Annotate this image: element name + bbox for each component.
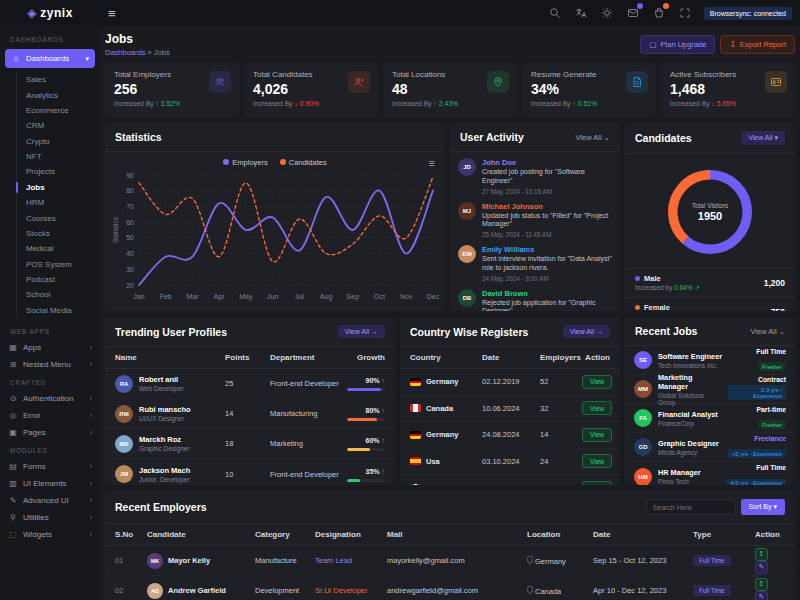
- svg-text:30: 30: [126, 266, 134, 273]
- svg-text:70: 70: [126, 203, 134, 210]
- sidebar-item-pos-system[interactable]: POS System: [0, 257, 100, 272]
- activity-text: Rejected job application for "Graphic De…: [482, 299, 612, 312]
- brand-logo[interactable]: ◈ zynix: [0, 6, 100, 20]
- sidebar-item-utilities[interactable]: ⚲Utilities›: [0, 509, 100, 526]
- sidebar-item-school[interactable]: School: [0, 287, 100, 302]
- activity-user-name[interactable]: John Doe: [482, 158, 612, 167]
- country-title: Country Wise Registers: [410, 326, 528, 338]
- sidebar-item-sales[interactable]: Sales: [0, 72, 100, 87]
- plan-upgrade-button[interactable]: ▢ Plan Upgrade: [640, 35, 715, 54]
- donut-center-value: 1950: [692, 210, 729, 222]
- de-flag-icon: [410, 378, 421, 386]
- statistics-panel: Statistics EmployersCandidates ≡ 2030405…: [105, 123, 445, 311]
- breadcrumb-parent[interactable]: Dashboards: [105, 48, 145, 57]
- sidebar-item-medical[interactable]: Medical: [0, 241, 100, 256]
- employers-sort-button[interactable]: Sort By ▾: [741, 499, 785, 515]
- brand-logo-icon: ◈: [27, 6, 36, 20]
- table-header: S.NoCandidateCategoryDesignationMailLoca…: [105, 524, 795, 546]
- svg-text:50: 50: [126, 234, 134, 241]
- chevron-right-icon: ›: [90, 497, 92, 504]
- edit-action-button[interactable]: ✎: [755, 591, 768, 600]
- chart-menu-icon[interactable]: ≡: [429, 157, 435, 169]
- view-button[interactable]: View: [582, 401, 612, 415]
- sidebar-item-label: Error: [23, 411, 41, 420]
- svg-text:Jul: Jul: [295, 293, 304, 300]
- theme-toggle-icon[interactable]: [600, 6, 614, 20]
- recent-jobs-view-all[interactable]: View All ⌄: [750, 327, 785, 336]
- sidebar-item-ecommerce[interactable]: Ecommerce: [0, 103, 100, 118]
- legend-item[interactable]: Employers: [223, 158, 267, 167]
- user-activity-view-all[interactable]: View All ⌄: [575, 133, 610, 142]
- country-registers-panel: Country Wise Registers View All → Countr…: [400, 317, 620, 485]
- fullscreen-icon[interactable]: [678, 6, 692, 20]
- table-row: Usa03.10.202424View: [400, 449, 620, 476]
- view-button[interactable]: View: [582, 481, 612, 485]
- sidebar-item-advanced-ui[interactable]: ✎Advanced UI›: [0, 492, 100, 509]
- svg-text:Feb: Feb: [160, 293, 172, 300]
- translate-icon[interactable]: [574, 6, 588, 20]
- sidebar-item-forms[interactable]: ▤Forms›: [0, 458, 100, 475]
- svg-text:Dec: Dec: [427, 293, 439, 300]
- sidebar-item-authentication[interactable]: ⊙Authentication›: [0, 390, 100, 407]
- table-row: Germany02.12.201952View: [400, 369, 620, 396]
- activity-user-name[interactable]: David Brown: [482, 289, 612, 298]
- experience-badge: Fresher: [758, 362, 786, 371]
- svg-text:Apr: Apr: [214, 293, 226, 301]
- sidebar-item-stocks[interactable]: Stocks: [0, 226, 100, 241]
- sidebar-item-hrm[interactable]: HRM: [0, 195, 100, 210]
- candidates-legend-row: FemaleDecreased by 2.75% ↘750: [625, 297, 795, 311]
- activity-user-name[interactable]: Michael Johnson: [482, 202, 612, 211]
- chevron-right-icon: ›: [90, 429, 92, 436]
- sidebar-item-podcast[interactable]: Podcast: [0, 272, 100, 287]
- edit-action-button[interactable]: ✎: [755, 561, 768, 574]
- sidebar-item-jobs[interactable]: Jobs: [0, 180, 100, 195]
- view-button[interactable]: View: [582, 454, 612, 468]
- list-item: FAFinancial AnalystFinanceCorpPart-timeF…: [625, 404, 795, 433]
- sidebar-item-nested-menu[interactable]: ⊞Nested Menu›: [0, 356, 100, 373]
- search-icon[interactable]: [548, 6, 562, 20]
- candidates-view-all-button[interactable]: View All ▾: [741, 131, 785, 145]
- messages-icon[interactable]: [626, 6, 640, 20]
- sidebar-toggle-icon[interactable]: ≡: [108, 6, 116, 21]
- sidebar-item-ui-elements[interactable]: ▥UI Elements›: [0, 475, 100, 492]
- stat-card: Active Subscribers1,468Increased By ↓ 5.…: [661, 63, 795, 117]
- svg-text:Statistics: Statistics: [112, 216, 119, 243]
- activity-user-name[interactable]: Emily Williams: [482, 245, 612, 254]
- sidebar-item-projects[interactable]: Projects: [0, 164, 100, 179]
- avatar: AG: [147, 583, 163, 599]
- trending-profiles-panel: Trending User Profiles View All → NamePo…: [105, 317, 395, 485]
- sidebar-item-courses[interactable]: Courses: [0, 210, 100, 225]
- sidebar-item-crm[interactable]: CRM: [0, 118, 100, 133]
- legend-item[interactable]: Candidates: [280, 158, 327, 167]
- sidebar-item-dashboards[interactable]: ⌂Dashboards▾: [5, 49, 95, 68]
- sidebar-item-widgets[interactable]: ⬚Widgets›: [0, 526, 100, 543]
- sidebar-item-crypto[interactable]: Crypto: [0, 134, 100, 149]
- sidebar-item-apps[interactable]: ▦Apps›: [0, 339, 100, 356]
- activity-item: DBDavid BrownRejected job application fo…: [458, 289, 612, 312]
- download-action-button[interactable]: ↥: [755, 578, 768, 591]
- user-activity-title: User Activity: [460, 131, 524, 143]
- sidebar-item-analytics[interactable]: Analytics: [0, 87, 100, 102]
- svg-text:Jan: Jan: [133, 293, 144, 300]
- forms-icon: ▤: [8, 462, 18, 471]
- download-action-button[interactable]: ↥: [755, 548, 768, 561]
- view-button[interactable]: View: [582, 428, 612, 442]
- avatar: GD: [634, 438, 652, 456]
- view-button[interactable]: View: [582, 375, 612, 389]
- legend-value: 750: [771, 307, 785, 311]
- sidebar-item-nft[interactable]: NFT: [0, 149, 100, 164]
- sidebar-item-pages[interactable]: ▣Pages›: [0, 424, 100, 441]
- export-report-button[interactable]: ↧ Export Report: [720, 35, 795, 54]
- employers-search-input[interactable]: [646, 499, 736, 515]
- cart-icon[interactable]: [652, 6, 666, 20]
- table-row: swedan06.12.202416View: [400, 475, 620, 485]
- sidebar-item-label: Authentication: [23, 394, 74, 403]
- trending-view-all-button[interactable]: View All →: [338, 325, 385, 338]
- activity-item: JDJohn DoeCreated job posting for "Softw…: [458, 158, 612, 195]
- chevron-right-icon: ›: [90, 480, 92, 487]
- sidebar-item-error[interactable]: ◎Error›: [0, 407, 100, 424]
- sidebar-item-social-media[interactable]: Social Media: [0, 303, 100, 318]
- user-activity-panel: User Activity View All ⌄ JDJohn DoeCreat…: [450, 123, 620, 311]
- ca-flag-icon: [410, 404, 421, 412]
- country-view-all-button[interactable]: View All →: [563, 325, 610, 338]
